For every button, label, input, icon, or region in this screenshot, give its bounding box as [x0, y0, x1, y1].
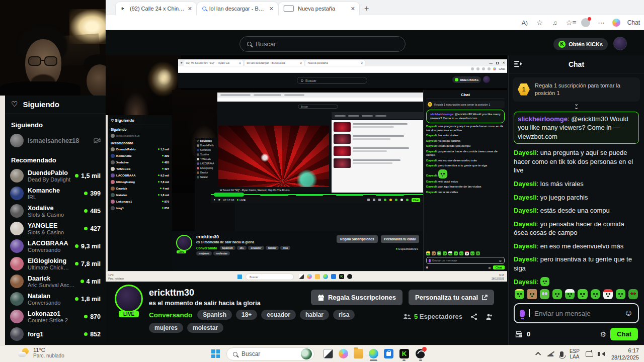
emote-zombie[interactable]: [540, 289, 549, 299]
close-tab-icon[interactable]: ✕: [269, 6, 274, 12]
favorites-icon[interactable]: ☆: [536, 19, 544, 27]
language-indicator[interactable]: ESPLAA: [570, 348, 580, 360]
taskbar-clock[interactable]: 6:1728/12/2025: [611, 347, 639, 361]
chat-username[interactable]: Dayesli: [426, 164, 437, 167]
chat-username[interactable]: Dayesli: [426, 139, 437, 142]
chat-username[interactable]: Dayesli: [514, 242, 537, 250]
chat-username[interactable]: Dayesli: [426, 174, 437, 177]
collapse-chat-icon[interactable]: [514, 60, 523, 68]
taskbar-search[interactable]: Buscar: [226, 347, 314, 360]
customize-channel-button[interactable]: Personaliza tu canal: [409, 290, 494, 305]
collapse-banner-chevron[interactable]: ⌄⌄: [509, 102, 644, 108]
kick-app-icon[interactable]: K: [399, 349, 409, 358]
tray-mic-icon[interactable]: [560, 351, 564, 357]
category-link[interactable]: Conversando: [149, 311, 192, 319]
user-avatar[interactable]: [613, 37, 627, 50]
snip-monitor-icon[interactable]: [586, 351, 593, 357]
sidebar-item-natalan[interactable]: NatalanConversando1,8 mil: [5, 290, 106, 308]
sidebar-item-lokonazo1[interactable]: Lokonazo1Counter-Strike 2870: [5, 308, 106, 325]
chat-username[interactable]: Dayesli: [426, 125, 437, 128]
tag-ecuador[interactable]: ecuador: [261, 310, 296, 320]
chat-username[interactable]: slickheirloomge: [518, 115, 568, 123]
chat-username[interactable]: Dayesli: [514, 207, 537, 214]
sidebar-item-elglogloking[interactable]: ElGloglokingUltimate Chicken H...7,8 mil: [5, 255, 106, 273]
tag-risa[interactable]: risa: [333, 310, 355, 320]
browser-tab[interactable]: lol lan descargar - Búsqueda✕: [197, 2, 278, 15]
sidebar-item-ismaelsanchez18[interactable]: ismaelsanchez18: [5, 132, 106, 149]
copilot-icon[interactable]: [612, 19, 620, 27]
chat-username[interactable]: Dayesli: [514, 220, 537, 228]
task-view-button[interactable]: [324, 349, 333, 358]
emote-sad[interactable]: [628, 289, 638, 299]
streamer-name[interactable]: erickttm30: [149, 288, 194, 298]
emote-halo[interactable]: [515, 289, 524, 299]
browser-profile-avatar[interactable]: [581, 18, 590, 27]
tag-18[interactable]: 18+: [236, 310, 257, 320]
browser-tab[interactable]: Nueva pestaña✕: [279, 2, 359, 15]
sidebar-item-xodalive[interactable]: XodaliveSlots & Casino485: [5, 202, 106, 220]
emote-picker-icon[interactable]: ☺: [624, 308, 633, 318]
chat-username[interactable]: Dayesli: [514, 194, 537, 201]
emote-cap[interactable]: [565, 289, 575, 299]
chat-input[interactable]: Enviar un mensaje ☺: [514, 303, 639, 323]
microsoft-store-icon[interactable]: [384, 349, 393, 358]
file-explorer-icon[interactable]: [354, 349, 363, 358]
tag-mujeres[interactable]: mujeres: [149, 323, 183, 333]
sidebar-item-komanche[interactable]: KomancheIRL399: [5, 185, 106, 202]
emote-smirk[interactable]: [552, 289, 562, 299]
chat-username[interactable]: Dayesli: [514, 278, 537, 286]
moderation-icon[interactable]: [486, 313, 493, 320]
sidebar-item-duendepablo[interactable]: DuendePabloDead By Daylight1,5 mil: [5, 167, 106, 185]
obs-icon[interactable]: [416, 349, 425, 358]
media-controls-icon[interactable]: ♫: [551, 19, 559, 27]
edge-browser-icon[interactable]: [369, 349, 378, 358]
sidebar-item-yanglee[interactable]: YANGLEESlots & Casino427: [5, 220, 106, 237]
tag-molestar[interactable]: molestar: [187, 323, 223, 333]
send-chat-button[interactable]: Chat: [610, 328, 638, 340]
chat-username[interactable]: Dayesli: [426, 180, 437, 183]
copilot-taskbar-icon[interactable]: [339, 349, 348, 358]
chat-username[interactable]: Dayesli: [426, 144, 437, 147]
chat-settings-icon[interactable]: ⚙: [600, 330, 607, 338]
collections-icon[interactable]: ☆≡: [566, 19, 574, 27]
chat-username[interactable]: Dayesli: [426, 185, 437, 188]
chat-username[interactable]: Dayesli: [514, 180, 537, 188]
share-icon[interactable]: [470, 313, 477, 320]
chat-username[interactable]: Dayesli: [426, 159, 437, 162]
taskbar-weather-widget[interactable]: 11°C Parc. nublado: [18, 347, 64, 358]
copilot-chat-label[interactable]: Chat: [627, 19, 640, 26]
chat-username[interactable]: Dayesli: [426, 150, 437, 153]
chat-username[interactable]: Dayesli: [514, 149, 537, 156]
chat-username[interactable]: slickheirloomge: [430, 113, 453, 116]
read-aloud-icon[interactable]: A): [521, 19, 529, 27]
tag-hablar[interactable]: hablar: [300, 310, 329, 320]
sidebar-item-lacobraaa[interactable]: LACOBRAAAConversando9,3 mil: [5, 237, 106, 255]
chat-username[interactable]: Dayesli: [426, 191, 437, 194]
tag-Spanish[interactable]: Spanish: [197, 310, 232, 320]
sidebar-item-forg1[interactable]: forg1852: [5, 325, 106, 343]
emote-grin-tall[interactable]: [591, 289, 600, 299]
new-tab-button[interactable]: +: [364, 4, 369, 13]
streamer-avatar[interactable]: [115, 285, 143, 313]
search-input[interactable]: Buscar: [239, 36, 406, 52]
close-tab-icon[interactable]: ✕: [351, 6, 355, 12]
gift-subs-button[interactable]: Regala Suscripciones: [311, 290, 403, 305]
get-kicks-button[interactable]: K Obtén KICKs: [553, 38, 608, 50]
emote-grin[interactable]: [578, 289, 587, 299]
browser-tab[interactable]: 🕩(92) Calle 24 x Chino Pacas x F✕: [116, 2, 196, 15]
tray-volume-icon[interactable]: [599, 351, 605, 356]
onedrive-paused-icon[interactable]: ☁: [547, 350, 554, 358]
emote-clown[interactable]: [603, 289, 613, 299]
emote-side-eye[interactable]: [616, 289, 625, 299]
sidebar-header[interactable]: ♡ Siguiendo: [5, 96, 106, 114]
start-button[interactable]: [211, 349, 220, 358]
browser-menu-icon[interactable]: ⋯: [597, 19, 605, 27]
mic-icon[interactable]: [520, 310, 525, 317]
close-tab-icon[interactable]: ✕: [188, 6, 192, 12]
tray-expand-icon[interactable]: [535, 352, 541, 357]
chat-username[interactable]: Dayesli: [514, 255, 537, 263]
gift-store-icon[interactable]: [515, 330, 523, 338]
chat-username[interactable]: Dayesli: [426, 134, 437, 137]
emote-box[interactable]: [527, 289, 537, 299]
stream-video-player[interactable]: 🕩 92) W Sound 04 "SQ" - Ryan Ca✕lol lan …: [106, 55, 507, 282]
